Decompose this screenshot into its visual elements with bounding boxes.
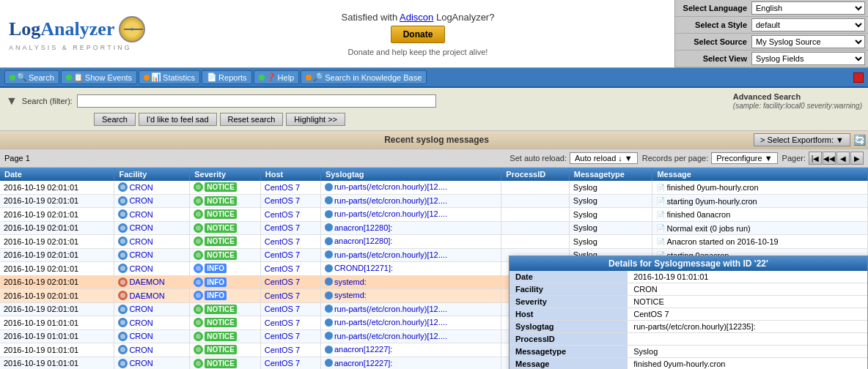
- pager-next[interactable]: ▶: [850, 152, 864, 165]
- cell-host: CentOS 7: [260, 343, 320, 357]
- language-select[interactable]: English: [751, 1, 865, 15]
- host-link[interactable]: CentOS 7: [265, 210, 300, 219]
- style-select[interactable]: default: [751, 18, 865, 31]
- cell-facility: CRON: [114, 302, 190, 316]
- host-link[interactable]: CentOS 7: [265, 332, 300, 340]
- host-link[interactable]: CentOS 7: [265, 183, 300, 192]
- syslogtag-link[interactable]: run-parts(/etc/cron.hourly)[12....: [334, 182, 447, 191]
- table-row[interactable]: 2016-10-19 02:01:01 CRON NOTICE CentOS 7…: [0, 181, 868, 194]
- source-select[interactable]: My Syslog Source: [751, 35, 865, 48]
- toolbar-statistics[interactable]: 📊 Statistics: [139, 70, 200, 84]
- syslogtag-link[interactable]: run-parts(/etc/cron.hourly)[12....: [334, 305, 447, 313]
- reset-search-button[interactable]: Reset search: [220, 113, 284, 126]
- close-icon[interactable]: [853, 72, 864, 83]
- facility-link[interactable]: CRON: [129, 237, 152, 246]
- host-link[interactable]: CentOS 7: [265, 318, 300, 327]
- host-link[interactable]: CentOS 7: [265, 291, 300, 300]
- facility-link[interactable]: CRON: [129, 183, 152, 192]
- feel-sad-button[interactable]: I'd like to feel sad: [139, 113, 217, 126]
- cell-messagetype: Syslog: [569, 208, 652, 222]
- col-processid[interactable]: ProcessID: [501, 168, 569, 181]
- table-row[interactable]: 2016-10-19 02:01:01 CRON NOTICE CentOS 7…: [0, 194, 868, 208]
- col-syslogtag[interactable]: Syslogtag: [320, 168, 501, 181]
- syslogtag-link[interactable]: systemd:: [334, 277, 367, 286]
- host-link[interactable]: CentOS 7: [265, 305, 300, 313]
- message-icon: 📄: [656, 197, 665, 205]
- host-link[interactable]: CentOS 7: [265, 250, 300, 259]
- cell-messagetype: Syslog: [569, 221, 652, 235]
- cell-host: CentOS 7: [260, 357, 320, 369]
- facility-link[interactable]: CRON: [129, 223, 152, 232]
- toolbar-help[interactable]: ❓ Help: [254, 70, 300, 84]
- syslogtag-link[interactable]: run-parts(/etc/cron.hourly)[12....: [334, 318, 447, 327]
- syslogtag-link[interactable]: run-parts(/etc/cron.hourly)[12....: [334, 196, 447, 205]
- cell-date: 2016-10-19 02:01:01: [0, 221, 114, 235]
- recent-bar: Recent syslog messages > Select Exportfo…: [0, 131, 868, 149]
- pager-prev[interactable]: ◀: [836, 152, 850, 165]
- col-message[interactable]: Message: [652, 168, 868, 181]
- facility-link[interactable]: CRON: [129, 346, 152, 354]
- syslogtag-link[interactable]: run-parts(/etc/cron.hourly)[12....: [334, 250, 447, 259]
- toolbar-search[interactable]: 🔍 Search: [4, 70, 59, 84]
- facility-link[interactable]: CRON: [129, 196, 152, 205]
- view-select[interactable]: Syslog Fields: [751, 52, 865, 65]
- col-date[interactable]: Date: [0, 168, 114, 181]
- message-icon: 📄: [656, 211, 665, 219]
- details-row: ProcessID: [510, 333, 867, 346]
- facility-link[interactable]: DAEMON: [129, 277, 164, 286]
- search-button[interactable]: Search: [94, 113, 136, 126]
- facility-icon: [118, 264, 128, 273]
- donate-button[interactable]: Donate: [391, 26, 446, 43]
- syslogtag-link[interactable]: CROND[12271]:: [334, 264, 393, 272]
- records-select[interactable]: Preconfigure ▼: [711, 152, 777, 164]
- detail-value: 2016-10-19 01:01:01: [628, 271, 867, 283]
- export-button[interactable]: > Select Exportform: ▼: [754, 133, 850, 146]
- toolbar-reports[interactable]: 📄 Reports: [202, 70, 252, 84]
- refresh-icon[interactable]: 🔄: [853, 134, 866, 146]
- syslogtag-link[interactable]: anacron[12227]:: [334, 345, 393, 354]
- col-facility[interactable]: Facility: [114, 168, 190, 181]
- facility-link[interactable]: CRON: [129, 250, 152, 259]
- facility-link[interactable]: CRON: [129, 359, 152, 368]
- facility-link[interactable]: CRON: [129, 210, 152, 219]
- syslogtag-link[interactable]: run-parts(/etc/cron.hourly)[12....: [334, 209, 447, 218]
- syslogtag-link[interactable]: anacron[12280]:: [334, 236, 393, 245]
- host-link[interactable]: CentOS 7: [265, 277, 300, 286]
- col-messagetype[interactable]: Messagetype: [569, 168, 652, 181]
- host-link[interactable]: CentOS 7: [265, 237, 300, 246]
- facility-link[interactable]: DAEMON: [129, 291, 164, 300]
- toolbar-knowledge-base[interactable]: 🔎 Search in Knowledge Base: [301, 70, 427, 84]
- cell-host: CentOS 7: [260, 289, 320, 303]
- pager-prev-prev[interactable]: ◀◀: [823, 152, 836, 165]
- col-host[interactable]: Host: [260, 168, 320, 181]
- table-row[interactable]: 2016-10-19 02:01:01 CRON NOTICE CentOS 7…: [0, 221, 868, 235]
- cell-facility: CRON: [114, 194, 190, 208]
- syslogtag-link[interactable]: anacron[12280]:: [334, 223, 393, 232]
- host-link[interactable]: CentOS 7: [265, 264, 300, 273]
- cell-severity: NOTICE: [190, 302, 261, 316]
- toolbar-show-events[interactable]: 📋 Show Events: [61, 70, 137, 84]
- col-severity[interactable]: Severity: [190, 168, 261, 181]
- syslogtag-link[interactable]: anacron[12227]:: [334, 359, 393, 368]
- facility-link[interactable]: CRON: [129, 332, 152, 340]
- host-link[interactable]: CentOS 7: [265, 359, 300, 368]
- search-input[interactable]: [77, 94, 436, 108]
- auto-reload-select[interactable]: Auto reload ↓ ▼: [570, 152, 638, 164]
- syslogtag-link[interactable]: systemd:: [334, 291, 367, 299]
- host-link[interactable]: CentOS 7: [265, 223, 300, 232]
- pager-first[interactable]: |◀: [809, 152, 822, 165]
- highlight-button[interactable]: Highlight >>: [286, 113, 345, 126]
- records-label: Records per page:: [642, 154, 709, 163]
- facility-link[interactable]: CRON: [129, 305, 152, 313]
- cell-date: 2016-10-19 02:01:01: [0, 235, 114, 249]
- syslogtag-link[interactable]: run-parts(/etc/cron.hourly)[12....: [334, 332, 447, 340]
- facility-link[interactable]: CRON: [129, 264, 152, 273]
- table-row[interactable]: 2016-10-19 02:01:01 CRON NOTICE CentOS 7…: [0, 208, 868, 222]
- facility-icon: [118, 277, 128, 287]
- filter-icon[interactable]: ▼: [6, 94, 18, 108]
- facility-icon: [118, 318, 128, 327]
- facility-link[interactable]: CRON: [129, 318, 152, 327]
- host-link[interactable]: CentOS 7: [265, 346, 300, 354]
- table-row[interactable]: 2016-10-19 02:01:01 CRON NOTICE CentOS 7…: [0, 235, 868, 249]
- host-link[interactable]: CentOS 7: [265, 196, 300, 205]
